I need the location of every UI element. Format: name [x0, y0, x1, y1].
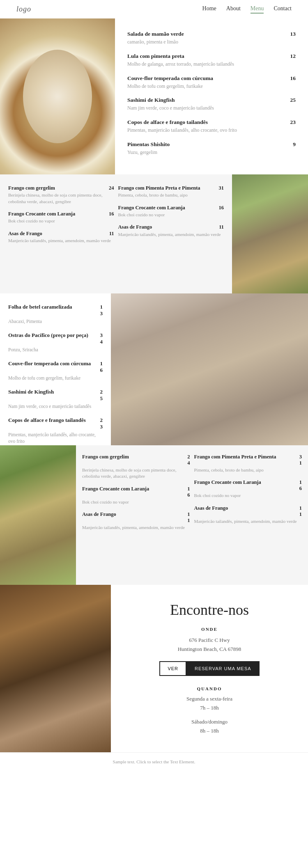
- nav-menu[interactable]: Menu: [251, 5, 264, 14]
- meals-food-image: [232, 174, 308, 293]
- section-hero: Salada de mamão verde 13 camarão, piment…: [0, 18, 308, 174]
- item-desc: Ponzu, Sriracha: [8, 346, 103, 353]
- item-name: Frango com Pimenta Preta e Pimenta: [194, 453, 276, 460]
- nav-home[interactable]: Home: [202, 5, 216, 14]
- item-desc: Pimentas, manjericão tailandês, alho cro…: [127, 127, 296, 134]
- item-name: Asas de Frango: [118, 224, 152, 230]
- item-price: 25: [287, 97, 296, 103]
- section4-image: [0, 445, 76, 585]
- menu-item: Copos de alface e frango tailandês 23 Pi…: [127, 119, 296, 134]
- menu-item: Couve-flor temperada com cúrcuma 1 6 Mol…: [8, 360, 103, 381]
- where-label: ONDE: [123, 627, 296, 632]
- item-name: Frango com gergelim: [8, 185, 55, 191]
- item-name: Copos de alface e frango tailandês: [8, 417, 86, 424]
- item-desc: Abacaxi, Pimenta: [8, 318, 103, 325]
- section2-menu: Frango com gergelim 24 Berinjela chinesa…: [0, 174, 232, 293]
- findus-title: Encontre-nos: [123, 601, 296, 618]
- menu-item: Copos de alface e frango tailandês 2 3 P…: [8, 417, 103, 444]
- ver-button[interactable]: VER: [159, 661, 186, 676]
- item-name: Frango Crocante com Laranja: [8, 211, 75, 217]
- findus-info: Encontre-nos ONDE 676 Pacific C Hwy Hunt…: [111, 585, 308, 752]
- item-name: Salada de mamão verde: [127, 31, 184, 37]
- weekdays-hours: 7h – 18h: [200, 705, 219, 711]
- address-line2: Huntington Beach, CA 67898: [178, 646, 241, 652]
- item-price: 13: [287, 31, 296, 37]
- menu-item: Asas de Frango 11 Manjericão tailandês, …: [118, 224, 224, 238]
- section1-menu: Salada de mamão verde 13 camarão, piment…: [115, 18, 308, 174]
- section4-menu: Frango com gergelim 2 4 Berinjela chines…: [76, 445, 308, 585]
- menu-item: Salada de mamão verde 13 camarão, piment…: [127, 31, 296, 46]
- item-desc: Manjericão tailandês, pimenta, amendoim,…: [82, 524, 190, 531]
- item-desc: Molho de galanga, arroz torrado, manjeri…: [127, 61, 296, 68]
- item-desc: camarão, pimenta e limão: [127, 39, 296, 46]
- item-desc: Molho de tofu com gergelim, furikake: [127, 83, 296, 90]
- menu-item: Couve-flor temperada com cúrcuma 16 Molh…: [127, 75, 296, 90]
- item-price: 1 6: [91, 360, 103, 373]
- item-name: Asas de Frango: [82, 511, 116, 518]
- menu-item: Asas de Frango 1 1 Manjericão tailandês,…: [194, 505, 302, 524]
- people-restaurant-image: [0, 585, 111, 752]
- item-desc: Nam jim verde, coco e manjericão tailand…: [127, 105, 296, 112]
- menu-item: Frango com gergelim 24 Berinjela chinesa…: [8, 185, 114, 205]
- menu-item: Asas de Frango 1 1 Manjericão tailandês,…: [82, 511, 190, 531]
- item-desc: Nam jim verde, coco e manjericão tailand…: [8, 403, 103, 410]
- item-name: Asas de Frango: [194, 505, 228, 511]
- nav-contact[interactable]: Contact: [274, 5, 292, 14]
- menu-item: Folha de betel caramelizada 1 3 Abacaxi,…: [8, 304, 103, 325]
- item-price: 3 1: [293, 454, 302, 466]
- section-3: Folha de betel caramelizada 1 3 Abacaxi,…: [0, 293, 308, 445]
- item-desc: Manjericão tailandês, pimenta, amendoim,…: [194, 518, 302, 524]
- logo: logo: [16, 5, 31, 14]
- item-price: 24: [105, 185, 114, 191]
- item-desc: Pimenta, cebola, broto de bambu, aipo: [118, 192, 224, 198]
- item-name: Sashimi de Kingfish: [8, 389, 54, 395]
- item-price: 9: [287, 141, 296, 148]
- item-name: Couve-flor temperada com cúrcuma: [127, 75, 213, 82]
- menu-item: Asas de Frango 11 Manjericão tailandês, …: [8, 230, 114, 244]
- item-desc: Bok choi cozido no vapor: [8, 218, 114, 224]
- item-name: Frango Crocante com Laranja: [194, 479, 261, 486]
- section3-image: [111, 293, 308, 445]
- menu-item: Lula com pimenta preta 12 Molho de galan…: [127, 53, 296, 68]
- hero-image-panel: [0, 18, 115, 174]
- item-name: Lula com pimenta preta: [127, 53, 184, 60]
- item-desc: Berinjela chinesa, molho de soja com pim…: [8, 192, 114, 205]
- menu-item: Frango Crocante com Laranja 1 6 Bok choi…: [194, 479, 302, 499]
- section5-image: [0, 585, 111, 752]
- item-name: Pimentas Shishito: [127, 141, 170, 148]
- reservar-button[interactable]: RESERVAR UMA MESA: [186, 661, 260, 676]
- item-price: 23: [287, 119, 296, 126]
- item-price: 31: [215, 185, 224, 191]
- section2-image: [232, 174, 308, 293]
- item-name: Copos de alface e frango tailandês: [127, 119, 208, 126]
- item-desc: Pimentas, manjericão tailandês, alho cro…: [8, 431, 103, 444]
- item-price: 1 1: [181, 511, 190, 524]
- item-name: Frango com gergelim: [82, 453, 129, 460]
- weekdays-text: Segunda a sexta-feira 7h – 18h: [123, 694, 296, 712]
- item-name: Sashimi de Kingfish: [127, 97, 175, 103]
- item-price: 16: [287, 75, 296, 82]
- item-name: Asas de Frango: [8, 230, 42, 237]
- weekdays-label: Segunda a sexta-feira: [186, 696, 232, 702]
- action-buttons: VER RESERVAR UMA MESA: [123, 661, 296, 676]
- outdoor-restaurant-image: [0, 445, 76, 585]
- item-name: Folha de betel caramelizada: [8, 304, 72, 310]
- navigation: logo Home About Menu Contact: [0, 0, 308, 18]
- footer-text: Sample text. Click to select the Text El…: [113, 759, 195, 764]
- section3-menu: Folha de betel caramelizada 1 3 Abacaxi,…: [0, 293, 111, 445]
- item-name: Couve-flor temperada com cúrcuma: [8, 360, 91, 367]
- when-label: QUANDO: [123, 686, 296, 691]
- section4-left-col: Frango com gergelim 2 4 Berinjela chines…: [82, 453, 190, 537]
- item-desc: Molho de tofu com gergelim, furikake: [8, 375, 103, 381]
- item-price: 3 4: [91, 332, 103, 345]
- hours-section: QUANDO Segunda a sexta-feira 7h – 18h Sá…: [123, 686, 296, 735]
- item-desc: Bok choi cozido no vapor: [118, 212, 224, 218]
- item-name: Ostras do Pacífico (preço por peça): [8, 332, 88, 339]
- item-name: Frango Crocante com Laranja: [118, 204, 185, 211]
- item-price: 16: [105, 211, 114, 217]
- menu-item: Sashimi de Kingfish 25 Nam jim verde, co…: [127, 97, 296, 112]
- item-price: 16: [215, 205, 224, 211]
- section-findus: Encontre-nos ONDE 676 Pacific C Hwy Hunt…: [0, 585, 308, 752]
- nav-about[interactable]: About: [226, 5, 241, 14]
- weekend-label: Sábado/domingo: [191, 719, 228, 725]
